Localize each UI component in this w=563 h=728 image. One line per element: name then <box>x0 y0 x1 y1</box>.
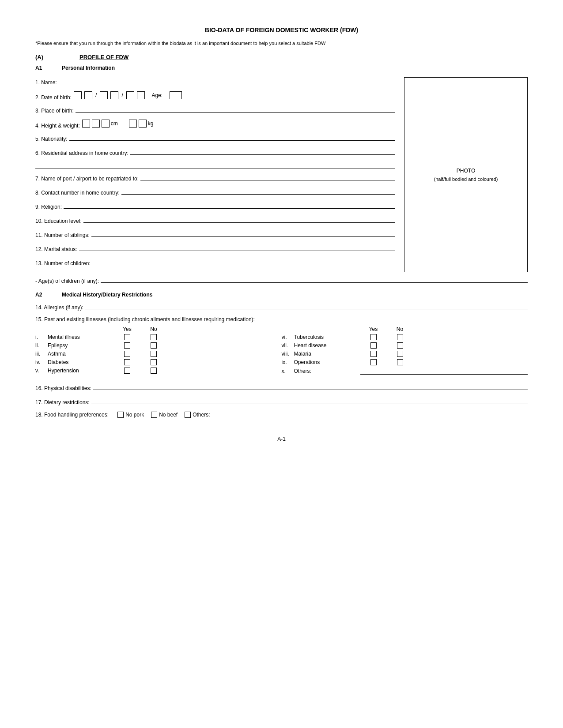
illness-name-9: Operations <box>294 359 360 365</box>
food-label: 18. Food handling preferences: <box>35 412 109 418</box>
illness-col-right: Yes No vi. Tuberculosis vii. Heart disea… <box>282 326 528 377</box>
religion-row: 9. Religion: <box>35 202 395 211</box>
hypertension-yes-cb[interactable] <box>114 368 140 374</box>
illness-col-left: Yes No i. Mental illness ii. Epilepsy ii… <box>35 326 282 377</box>
form-fields: 1. Name: 2. Date of birth: / / Age: <box>35 77 404 272</box>
others-illness-line[interactable] <box>360 368 528 375</box>
children-age-line[interactable] <box>101 276 528 283</box>
dob-y2[interactable] <box>137 91 145 99</box>
list-item: iv. Diabetes <box>35 359 282 365</box>
malaria-no-cb[interactable] <box>387 351 413 357</box>
dob-d1[interactable] <box>74 91 82 99</box>
children-line[interactable] <box>92 258 395 265</box>
siblings-row: 11. Number of siblings: <box>35 230 395 240</box>
dob-label: 2. Date of birth: <box>35 94 72 101</box>
nationality-row: 5. Nationality: <box>35 134 395 143</box>
illness-num-5: v. <box>35 368 48 374</box>
allergies-row: 14. Allergies (if any): <box>35 302 528 312</box>
asthma-yes-cb[interactable] <box>114 351 140 357</box>
nationality-label: 5. Nationality: <box>35 136 68 142</box>
tb-no-cb[interactable] <box>387 334 413 340</box>
place-of-birth-line[interactable] <box>76 105 395 113</box>
contact-line[interactable] <box>121 188 395 195</box>
port-line[interactable] <box>140 173 395 180</box>
illness-name-7: Heart disease <box>294 342 360 349</box>
asthma-no-cb[interactable] <box>140 351 167 357</box>
children-row: 13. Number of children: <box>35 258 395 268</box>
marital-line[interactable] <box>79 244 395 251</box>
education-line[interactable] <box>83 216 395 223</box>
weight-box2[interactable] <box>139 120 147 128</box>
diabetes-yes-cb[interactable] <box>114 359 140 365</box>
tb-yes-cb[interactable] <box>360 334 387 340</box>
height-weight-row: 4. Height & weight: cm kg <box>35 120 395 129</box>
dob-m2[interactable] <box>110 91 118 99</box>
diabetes-no-cb[interactable] <box>140 359 167 365</box>
children-age-row: - Age(s) of children (if any): <box>35 276 528 285</box>
cm-label: cm <box>111 120 118 127</box>
age-box[interactable] <box>170 91 182 99</box>
no-beef-checkbox[interactable] <box>151 412 157 418</box>
siblings-label: 11. Number of siblings: <box>35 232 90 238</box>
name-row: 1. Name: <box>35 77 395 87</box>
hypertension-no-cb[interactable] <box>140 368 167 374</box>
children-age-label: - Age(s) of children (if any): <box>35 278 99 284</box>
siblings-line[interactable] <box>91 230 395 237</box>
list-item: i. Mental illness <box>35 334 282 340</box>
children-label: 13. Number of children: <box>35 260 91 266</box>
dietary-label: 17. Dietary restrictions: <box>35 399 90 405</box>
dob-group: / / Age: <box>73 91 182 99</box>
mental-yes-cb[interactable] <box>114 334 140 340</box>
port-label: 7. Name of port / airport to be repatria… <box>35 176 139 182</box>
heart-yes-cb[interactable] <box>360 342 387 349</box>
others-food-checkbox[interactable] <box>185 412 191 418</box>
age-label: Age: <box>151 92 162 98</box>
residential-line2[interactable] <box>35 162 395 169</box>
dietary-line[interactable] <box>91 397 528 404</box>
height-box3[interactable] <box>102 120 110 128</box>
weight-box1[interactable] <box>129 120 137 128</box>
name-label: 1. Name: <box>35 79 57 86</box>
residential-line[interactable] <box>130 148 395 155</box>
main-title: BIO-DATA OF FOREIGN DOMESTIC WORKER (FDW… <box>35 26 528 34</box>
religion-line[interactable] <box>64 202 395 209</box>
others-food-line[interactable] <box>212 411 528 418</box>
dob-d2[interactable] <box>84 91 92 99</box>
illness-name-1: Mental illness <box>48 334 114 340</box>
allergies-line[interactable] <box>85 302 528 309</box>
operations-no-cb[interactable] <box>387 359 413 365</box>
epilepsy-no-cb[interactable] <box>140 342 167 349</box>
notice-text: *Please ensure that you run through the … <box>35 41 528 46</box>
illness-name-4: Diabetes <box>48 359 114 365</box>
nationality-line[interactable] <box>69 134 395 141</box>
illness-table: Yes No i. Mental illness ii. Epilepsy ii… <box>35 326 528 377</box>
photo-box: PHOTO (half/full bodied and coloured) <box>404 77 528 272</box>
contact-row: 8. Contact number in home country: <box>35 188 395 197</box>
illness-name-5: Hypertension <box>48 368 114 374</box>
no-beef-option: No beef <box>151 412 178 418</box>
heart-no-cb[interactable] <box>387 342 413 349</box>
operations-yes-cb[interactable] <box>360 359 387 365</box>
disability-line[interactable] <box>93 383 528 390</box>
a1-title: Personal Information <box>62 65 115 71</box>
name-line[interactable] <box>59 77 395 84</box>
disability-section: 16. Physical disabilities: <box>35 383 528 393</box>
epilepsy-yes-cb[interactable] <box>114 342 140 349</box>
mental-no-cb[interactable] <box>140 334 167 340</box>
illness-num-9: ix. <box>282 359 294 365</box>
illness-num-3: iii. <box>35 351 48 357</box>
photo-label: PHOTO <box>457 168 475 174</box>
height-box2[interactable] <box>92 120 100 128</box>
dob-m1[interactable] <box>100 91 108 99</box>
dob-y1[interactable] <box>126 91 134 99</box>
illness-header: 15. Past and existing illnesses (includi… <box>35 316 528 323</box>
no-pork-label: No pork <box>125 412 144 418</box>
illness-name-8: Malaria <box>294 351 360 357</box>
no-pork-checkbox[interactable] <box>117 412 124 418</box>
food-section: 18. Food handling preferences: No pork N… <box>35 411 528 418</box>
malaria-yes-cb[interactable] <box>360 351 387 357</box>
height-box1[interactable] <box>82 120 90 128</box>
illness-num-6: vi. <box>282 334 294 340</box>
no-header-left: No <box>140 326 167 332</box>
residential-row: 6. Residential address in home country: <box>35 148 395 158</box>
